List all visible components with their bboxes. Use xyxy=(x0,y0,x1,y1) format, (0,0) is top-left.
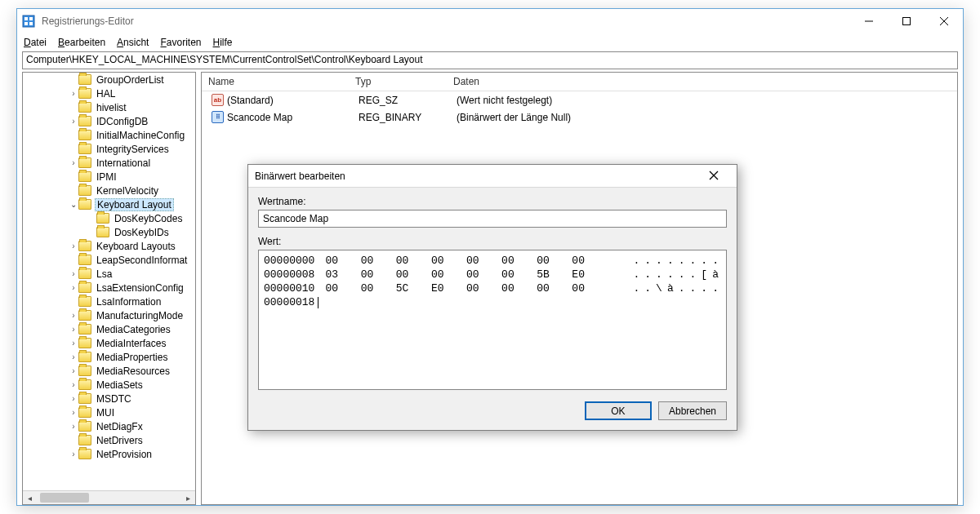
chevron-right-icon[interactable]: › xyxy=(69,158,78,167)
chevron-right-icon[interactable]: › xyxy=(69,269,78,278)
hex-ascii[interactable]: à xyxy=(665,281,676,295)
tree-item[interactable]: ›DosKeybCodes xyxy=(23,211,195,225)
tree-item[interactable]: ›GroupOrderList xyxy=(23,73,195,86)
hex-byte[interactable] xyxy=(361,295,396,309)
hex-ascii[interactable]: . xyxy=(631,268,643,281)
hex-ascii[interactable] xyxy=(665,295,676,309)
hex-ascii[interactable]: . xyxy=(710,254,721,268)
hex-ascii[interactable]: . xyxy=(642,281,653,295)
hex-byte[interactable]: 00 xyxy=(501,268,537,281)
hex-byte[interactable]: 00 xyxy=(361,268,396,281)
hex-byte[interactable]: 00 xyxy=(431,268,466,281)
tree-item[interactable]: ⌄Keyboard Layout xyxy=(23,197,195,211)
hex-ascii[interactable]: . xyxy=(631,281,643,295)
tree-item[interactable]: ›NetDiagFx xyxy=(23,419,195,433)
hex-byte[interactable] xyxy=(431,295,466,309)
hex-byte[interactable]: 5C xyxy=(396,281,431,295)
tree-item[interactable]: ›MediaSets xyxy=(23,378,195,392)
tree-item[interactable]: ›IPMI xyxy=(23,170,195,184)
chevron-right-icon[interactable]: › xyxy=(69,366,78,375)
chevron-right-icon[interactable]: › xyxy=(69,450,78,459)
list-row[interactable]: ⠿Scancode MapREG_BINARY(Binärwert der Lä… xyxy=(202,109,957,126)
tree-item[interactable]: ›NetDrivers xyxy=(23,433,195,447)
menu-help[interactable]: Hilfe xyxy=(213,37,233,48)
hex-byte[interactable] xyxy=(396,295,431,309)
chevron-down-icon[interactable]: ⌄ xyxy=(69,200,78,209)
hex-byte[interactable]: 03 xyxy=(326,268,361,281)
chevron-right-icon[interactable]: › xyxy=(69,408,78,417)
hex-byte[interactable] xyxy=(326,295,361,309)
tree-item[interactable]: ›IntegrityServices xyxy=(23,142,195,156)
hex-byte[interactable]: 00 xyxy=(396,268,431,281)
hex-ascii[interactable]: . xyxy=(687,268,698,281)
hex-byte[interactable]: 00 xyxy=(537,281,572,295)
hex-byte[interactable]: 00 xyxy=(466,268,501,281)
tree-view[interactable]: ›GroupOrderList›HAL›hivelist›IDConfigDB›… xyxy=(23,73,195,490)
horizontal-scrollbar[interactable]: ◂ ▸ xyxy=(23,490,195,504)
hex-byte[interactable]: E0 xyxy=(572,268,607,281)
tree-item[interactable]: ›DosKeybIDs xyxy=(23,225,195,239)
hex-ascii[interactable]: . xyxy=(676,268,688,281)
maximize-button[interactable] xyxy=(888,9,925,33)
hex-byte[interactable]: 00 xyxy=(466,281,501,295)
chevron-right-icon[interactable]: › xyxy=(69,339,78,348)
column-type[interactable]: Typ xyxy=(349,73,447,91)
tree-item[interactable]: ›LsaInformation xyxy=(23,295,195,308)
tree-item[interactable]: ›IDConfigDB xyxy=(23,114,195,128)
chevron-right-icon[interactable]: › xyxy=(69,117,78,126)
hex-ascii[interactable] xyxy=(710,295,721,309)
tree-item[interactable]: ›MSDTC xyxy=(23,392,195,405)
hex-ascii[interactable] xyxy=(631,295,643,309)
tree-item[interactable]: ›hivelist xyxy=(23,100,195,114)
minimize-button[interactable] xyxy=(850,9,888,33)
hex-ascii[interactable]: . xyxy=(710,281,721,295)
chevron-right-icon[interactable]: › xyxy=(69,311,78,320)
list-row[interactable]: ab(Standard)REG_SZ(Wert nicht festgelegt… xyxy=(202,91,957,109)
tree-item[interactable]: ›MediaResources xyxy=(23,364,195,378)
chevron-right-icon[interactable]: › xyxy=(69,325,78,334)
tree-item[interactable]: ›MediaInterfaces xyxy=(23,336,195,350)
tree-item[interactable]: ›International xyxy=(23,156,195,170)
hex-ascii[interactable]: . xyxy=(698,254,710,268)
tree-item[interactable]: ›Keyboard Layouts xyxy=(23,239,195,253)
chevron-right-icon[interactable]: › xyxy=(69,241,78,250)
chevron-right-icon[interactable]: › xyxy=(69,89,78,98)
dialog-close-button[interactable] xyxy=(697,170,730,183)
value-name-input[interactable] xyxy=(258,210,727,228)
menu-file[interactable]: Datei xyxy=(24,37,47,48)
column-data[interactable]: Daten xyxy=(447,73,957,91)
hex-ascii[interactable]: . xyxy=(631,254,643,268)
tree-item[interactable]: ›HAL xyxy=(23,86,195,100)
chevron-right-icon[interactable]: › xyxy=(69,394,78,403)
hex-ascii[interactable]: . xyxy=(653,254,665,268)
hex-byte[interactable]: E0 xyxy=(431,281,466,295)
hex-ascii[interactable] xyxy=(698,295,710,309)
hex-byte[interactable] xyxy=(537,295,572,309)
hex-ascii[interactable]: . xyxy=(676,281,688,295)
close-button[interactable] xyxy=(925,9,963,33)
hex-byte[interactable]: 00 xyxy=(501,254,537,268)
hex-ascii[interactable]: . xyxy=(665,254,676,268)
tree-item[interactable]: ›KernelVelocity xyxy=(23,184,195,197)
menu-fav[interactable]: Favoriten xyxy=(160,37,201,48)
hex-editor[interactable]: 000000000000000000000000........00000008… xyxy=(258,250,727,390)
column-name[interactable]: Name xyxy=(202,73,349,91)
hex-ascii[interactable]: . xyxy=(676,254,688,268)
hex-ascii[interactable]: . xyxy=(687,281,698,295)
hex-byte[interactable]: 00 xyxy=(361,254,396,268)
tree-item[interactable]: ›InitialMachineConfig xyxy=(23,128,195,142)
hex-byte[interactable]: 00 xyxy=(396,254,431,268)
hex-ascii[interactable] xyxy=(642,295,653,309)
tree-item[interactable]: ›LeapSecondInformat xyxy=(23,253,195,267)
tree-item[interactable]: ›MediaProperties xyxy=(23,350,195,364)
menu-edit[interactable]: Bearbeiten xyxy=(58,37,105,48)
tree-item[interactable]: ›Lsa xyxy=(23,267,195,281)
hex-ascii[interactable]: \ xyxy=(653,281,665,295)
chevron-right-icon[interactable]: › xyxy=(69,380,78,389)
hex-byte[interactable]: 5B xyxy=(537,268,572,281)
hex-byte[interactable]: 00 xyxy=(501,281,537,295)
hex-byte[interactable] xyxy=(501,295,537,309)
ok-button[interactable]: OK xyxy=(585,401,652,420)
address-bar[interactable]: Computer\HKEY_LOCAL_MACHINE\SYSTEM\Curre… xyxy=(22,51,958,69)
hex-ascii[interactable]: à xyxy=(710,268,721,281)
